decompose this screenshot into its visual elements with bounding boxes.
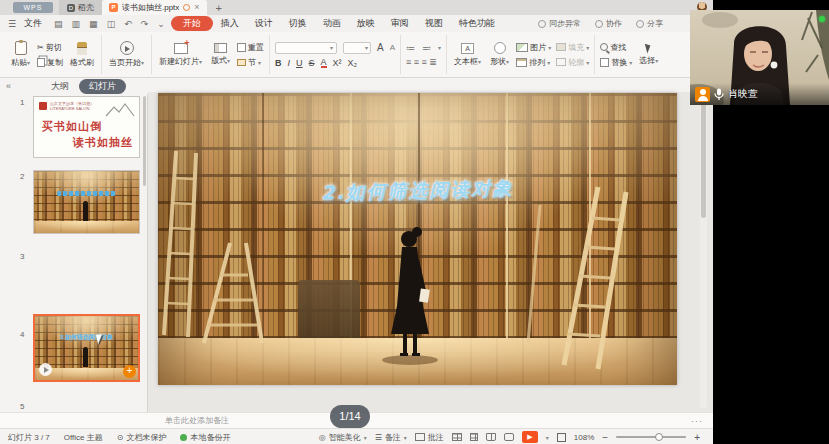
bullets-icon[interactable]: ≔ bbox=[406, 43, 415, 53]
copy-icon bbox=[37, 58, 45, 67]
slide-thumbnail-3-selected[interactable]: 2.如何筛选阅读对象 + bbox=[33, 314, 140, 382]
export-icon[interactable]: ▥ bbox=[72, 19, 81, 29]
share-button[interactable]: 分享 bbox=[636, 18, 663, 29]
menu-review[interactable]: 审阅 bbox=[383, 17, 417, 30]
canvas-scrollbar-thumb[interactable] bbox=[701, 100, 706, 218]
decrease-font-icon[interactable]: A bbox=[390, 43, 395, 52]
find-button[interactable]: 查找 bbox=[600, 42, 632, 53]
format-painter-icon bbox=[77, 42, 87, 55]
more-commands-icon[interactable]: ⌄ bbox=[157, 19, 165, 29]
current-slide[interactable]: 2.如何筛选阅读对象 bbox=[158, 93, 677, 385]
shapes-button[interactable]: 形状▾ bbox=[488, 42, 511, 67]
underline-button[interactable]: U bbox=[296, 58, 303, 68]
strikethrough-button[interactable]: S bbox=[309, 58, 315, 68]
notes-placeholder[interactable]: 单击此处添加备注 bbox=[165, 415, 229, 426]
hamburger-icon[interactable]: ☰ bbox=[8, 19, 16, 29]
tab-document[interactable]: P 读书如抽丝.pptx × bbox=[102, 0, 207, 15]
format-painter-button[interactable]: 格式刷 bbox=[68, 42, 96, 68]
tab-slides-active[interactable]: 幻灯片 bbox=[79, 79, 126, 94]
collaborate-button[interactable]: 协作 bbox=[595, 18, 622, 29]
zoom-level[interactable]: 108% bbox=[574, 433, 594, 442]
sync-cloud-icon bbox=[538, 20, 546, 28]
copy-button[interactable]: 复制 bbox=[37, 57, 63, 68]
redo-icon[interactable]: ↷ bbox=[141, 19, 149, 29]
slide-thumbnail-1[interactable]: 山大文学沙龙（第11期）LITERATURE SALON 买书如山倒 读书如抽丝 bbox=[33, 96, 140, 158]
notes-more-icon[interactable]: ··· bbox=[691, 416, 703, 426]
tab-outline[interactable]: 大纲 bbox=[51, 80, 69, 93]
slide-sorter-icon[interactable] bbox=[470, 433, 478, 441]
new-tab-button[interactable]: + bbox=[216, 2, 222, 14]
new-slide-button[interactable]: 新建幻灯片▾ bbox=[157, 43, 204, 67]
protection-status[interactable]: ⊙文档未保护 bbox=[117, 432, 167, 443]
play-from-current-button[interactable]: 当页开始▾ bbox=[107, 41, 146, 68]
align-icons[interactable]: ≡ ≡ ≡ ≣ bbox=[406, 57, 437, 67]
participant-video-tile[interactable]: 肖映萱 bbox=[690, 10, 829, 105]
menu-view[interactable]: 视图 bbox=[417, 17, 451, 30]
slide-thumbnail-2[interactable] bbox=[33, 170, 140, 234]
collaborate-icon bbox=[595, 20, 603, 28]
print-icon[interactable]: ▦ bbox=[89, 19, 98, 29]
menu-transition[interactable]: 切换 bbox=[281, 17, 315, 30]
menu-special-features[interactable]: 特色功能 bbox=[451, 17, 503, 30]
menu-home-active[interactable]: 开始 bbox=[171, 16, 213, 31]
numbering-icon[interactable]: ≕ bbox=[422, 43, 431, 53]
section-button[interactable]: 节▾ bbox=[237, 57, 264, 68]
picture-button[interactable]: 图片▾ bbox=[516, 42, 551, 53]
video-name-bar: 肖映萱 bbox=[690, 83, 829, 105]
zoom-slider[interactable] bbox=[616, 436, 686, 438]
slideshow-options-icon[interactable]: ▾ bbox=[546, 434, 549, 441]
replace-button[interactable]: 替换▾ bbox=[600, 57, 632, 68]
arrange-button[interactable]: 排列▾ bbox=[516, 57, 551, 68]
comments-button[interactable]: 批注 bbox=[415, 432, 444, 443]
cut-button[interactable]: ✂剪切 bbox=[37, 42, 63, 53]
canvas-scrollbar[interactable] bbox=[700, 94, 707, 408]
menu-slideshow[interactable]: 放映 bbox=[349, 17, 383, 30]
sync-status[interactable]: 同步异常 bbox=[538, 18, 581, 29]
font-color-button[interactable]: A bbox=[321, 58, 327, 68]
outline-button[interactable]: 轮廓▾ bbox=[556, 57, 589, 68]
superscript-button[interactable]: X² bbox=[333, 58, 342, 68]
zoom-slider-knob[interactable] bbox=[655, 433, 663, 441]
preview-icon[interactable]: ◫ bbox=[107, 19, 116, 29]
slideshow-play-button[interactable]: ▶ bbox=[522, 431, 538, 443]
increase-font-icon[interactable]: A bbox=[377, 42, 384, 53]
close-tab-icon[interactable]: × bbox=[194, 3, 199, 12]
font-size-select[interactable]: ▾ bbox=[343, 42, 371, 54]
paste-button[interactable]: 粘贴▾ bbox=[9, 41, 32, 68]
layout-button[interactable]: 版式▾ bbox=[209, 43, 232, 66]
collapse-sidebar-icon[interactable]: « bbox=[6, 81, 11, 91]
undo-icon[interactable]: ↶ bbox=[124, 19, 132, 29]
smart-beautify-button[interactable]: ◎智能美化▾ bbox=[319, 432, 367, 443]
bold-button[interactable]: B bbox=[275, 58, 282, 68]
thumb-add-slide-button[interactable]: + bbox=[123, 365, 136, 378]
menu-animation[interactable]: 动画 bbox=[315, 17, 349, 30]
text-box-button[interactable]: A 文本框▾ bbox=[452, 43, 483, 67]
save-icon[interactable]: ▤ bbox=[54, 19, 63, 29]
fullscreen-icon[interactable] bbox=[557, 433, 566, 442]
theme-status[interactable]: Office 主题 bbox=[64, 432, 103, 443]
normal-view-icon[interactable] bbox=[452, 433, 462, 441]
font-name-select[interactable]: ▾ bbox=[275, 42, 337, 54]
zoom-in-button[interactable]: + bbox=[694, 432, 700, 443]
sidebar-scrollbar[interactable] bbox=[143, 96, 146, 186]
library-overlay-art bbox=[158, 93, 677, 385]
wps-logo-button[interactable]: WPS bbox=[13, 2, 53, 13]
notes-toggle-button[interactable]: ☰备注▾ bbox=[375, 432, 407, 443]
zoom-out-button[interactable]: − bbox=[602, 432, 608, 443]
backup-status[interactable]: 本地备份开 bbox=[180, 432, 230, 443]
select-button[interactable]: 选择▾ bbox=[637, 43, 660, 66]
thumb-play-icon[interactable] bbox=[39, 363, 52, 376]
reading-view-icon[interactable] bbox=[486, 433, 496, 441]
seal-text: 山大文学沙龙（第11期）LITERATURE SALON bbox=[50, 101, 94, 111]
reset-button[interactable]: 重置 bbox=[237, 42, 264, 53]
tab-docer[interactable]: D 稻壳 bbox=[59, 0, 102, 15]
italic-button[interactable]: I bbox=[288, 58, 291, 68]
subscript-button[interactable]: X₂ bbox=[348, 58, 358, 68]
presenter-icon[interactable] bbox=[504, 433, 514, 441]
fill-button[interactable]: 填充▾ bbox=[556, 42, 589, 53]
menu-file[interactable]: 文件 bbox=[16, 17, 50, 30]
menu-design[interactable]: 设计 bbox=[247, 17, 281, 30]
menu-insert[interactable]: 插入 bbox=[213, 17, 247, 30]
slide1-title-line2: 读书如抽丝 bbox=[73, 135, 133, 150]
docer-icon: D bbox=[67, 4, 75, 12]
